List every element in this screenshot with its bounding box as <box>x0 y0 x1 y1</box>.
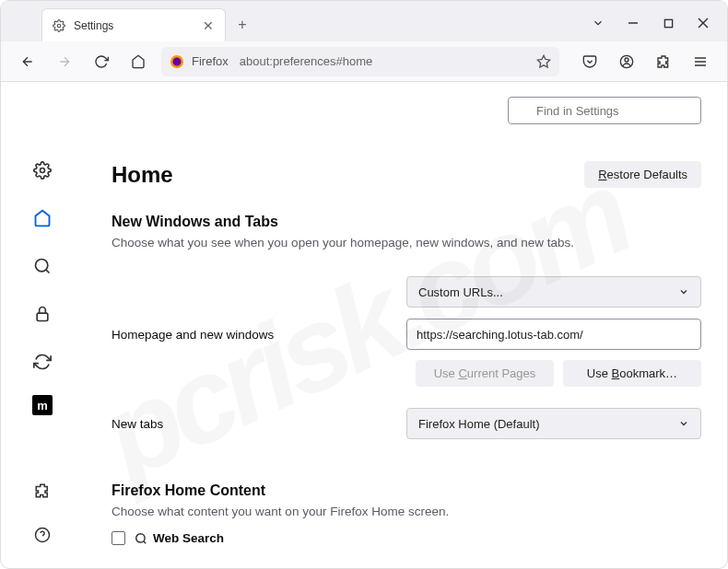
url-path: about:preferences#home <box>240 54 529 68</box>
sidebar-home-icon[interactable] <box>28 203 57 233</box>
svg-point-11 <box>625 58 628 62</box>
search-icon <box>135 532 147 545</box>
close-window-button[interactable] <box>694 14 712 32</box>
menu-icon[interactable] <box>687 48 714 75</box>
svg-line-17 <box>46 270 50 273</box>
settings-sidebar: m <box>1 82 84 568</box>
url-brand-label: Firefox <box>192 54 232 68</box>
firefox-logo-icon <box>170 54 184 69</box>
find-settings-input[interactable] <box>508 97 701 124</box>
bookmark-star-icon[interactable] <box>536 54 551 69</box>
toolbar: Firefox about:preferences#home <box>1 41 727 82</box>
use-bookmark-button[interactable]: Use Bookmark… <box>563 360 701 387</box>
sidebar-general-icon[interactable] <box>28 156 57 185</box>
tab-title: Settings <box>74 19 194 32</box>
svg-point-15 <box>41 168 45 173</box>
chevron-down-icon <box>678 286 689 297</box>
sidebar-help-icon[interactable] <box>28 520 57 550</box>
websearch-label: Web Search <box>153 531 224 545</box>
svg-line-24 <box>144 540 147 543</box>
maximize-button[interactable] <box>659 14 677 32</box>
newtabs-label: New tabs <box>112 417 406 431</box>
pocket-icon[interactable] <box>576 48 604 75</box>
homepage-label: Homepage and new windows <box>112 328 406 342</box>
svg-marker-9 <box>537 55 549 67</box>
section-title: New Windows and Tabs <box>112 214 701 230</box>
close-icon[interactable]: ✕ <box>201 18 216 33</box>
section-description: Choose what content you want on your Fir… <box>112 505 701 518</box>
svg-rect-18 <box>37 313 48 320</box>
newtabs-dropdown[interactable]: Firefox Home (Default) <box>406 408 701 439</box>
forward-button[interactable] <box>51 48 78 75</box>
homepage-url-input[interactable] <box>406 319 701 350</box>
section-title: Firefox Home Content <box>112 482 701 499</box>
svg-point-0 <box>57 24 61 28</box>
page-title: Home <box>112 162 173 188</box>
restore-defaults-button[interactable]: Restore Defaults <box>584 161 701 188</box>
sidebar-sync-icon[interactable] <box>28 347 57 377</box>
svg-point-8 <box>173 57 182 65</box>
new-tab-button[interactable]: + <box>229 12 255 38</box>
account-icon[interactable] <box>613 48 640 75</box>
sidebar-extensions-icon[interactable] <box>28 476 57 505</box>
back-button[interactable] <box>14 48 41 75</box>
tabs-dropdown-button[interactable] <box>589 14 607 32</box>
home-button[interactable] <box>124 48 152 75</box>
minimize-button[interactable] <box>624 14 642 32</box>
svg-rect-2 <box>664 19 672 27</box>
sidebar-more-icon[interactable]: m <box>32 395 53 415</box>
use-current-pages-button[interactable]: Use Current Pages <box>416 360 554 387</box>
websearch-checkbox[interactable] <box>112 531 125 545</box>
sidebar-privacy-icon[interactable] <box>28 299 57 329</box>
dropdown-value: Firefox Home (Default) <box>418 417 539 431</box>
main-content: Home Restore Defaults New Windows and Ta… <box>84 82 727 568</box>
svg-point-23 <box>136 533 145 541</box>
dropdown-value: Custom URLs... <box>418 285 503 299</box>
gear-icon <box>52 18 66 33</box>
sidebar-search-icon[interactable] <box>28 251 57 281</box>
extensions-icon[interactable] <box>650 48 677 75</box>
chevron-down-icon <box>678 418 689 429</box>
homepage-dropdown[interactable]: Custom URLs... <box>406 276 701 308</box>
url-bar[interactable]: Firefox about:preferences#home <box>161 47 559 76</box>
browser-tab[interactable]: Settings ✕ <box>41 8 226 41</box>
reload-button[interactable] <box>88 48 115 75</box>
svg-point-16 <box>36 260 48 272</box>
section-description: Choose what you see when you open your h… <box>112 236 701 250</box>
tab-bar: Settings ✕ + <box>1 1 727 41</box>
